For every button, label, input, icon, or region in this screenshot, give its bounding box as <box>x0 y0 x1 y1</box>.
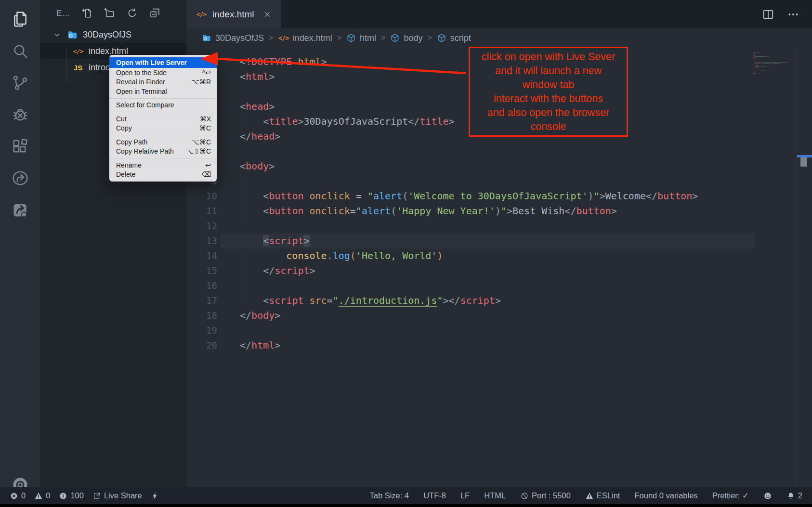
line-number: 13 <box>186 234 217 248</box>
code-line-14: console.log('Hello, World') <box>240 248 698 263</box>
status-lightning[interactable] <box>151 492 159 500</box>
code-line-8: <body> <box>240 159 698 174</box>
debug-icon[interactable] <box>9 103 32 126</box>
breadcrumb-item-body[interactable]: body <box>390 33 422 43</box>
status-100[interactable]: 100 <box>59 491 84 500</box>
breadcrumb-separator: > <box>427 34 432 42</box>
split-editor-icon[interactable] <box>762 8 774 21</box>
code-line-18: </body> <box>240 308 698 323</box>
line-number: 12 <box>186 219 217 234</box>
breadcrumb-item-html[interactable]: html <box>346 33 376 43</box>
code-line-10: <button onclick = "alert('Welcome to 30D… <box>240 189 698 204</box>
menu-item-cut[interactable]: Cut⌘X <box>109 114 217 124</box>
status-2[interactable]: 2 <box>786 491 802 500</box>
tree-item-folder[interactable]: 30DaysOfJS <box>40 26 186 43</box>
symbol-cube-icon <box>390 33 400 43</box>
line-number: 20 <box>186 338 217 353</box>
code-line-17: <script src="./introduction.js"></script… <box>240 293 698 308</box>
status-live-share[interactable]: Live Share <box>92 491 142 500</box>
extensions-icon[interactable] <box>9 135 32 158</box>
menu-item-rename[interactable]: Rename↩ <box>109 160 217 170</box>
code-line-20: </html> <box>753 73 796 74</box>
status-0[interactable]: 0 <box>34 491 50 500</box>
code-line-7 <box>240 144 698 159</box>
warning-icon <box>34 492 43 500</box>
line-number: 10 <box>186 189 217 204</box>
tree-indent-guide <box>66 46 66 83</box>
menu-item-reveal-in-finder[interactable]: Reveal in Finder⌥⌘R <box>109 78 217 87</box>
search-icon[interactable] <box>9 39 32 63</box>
status-eslint[interactable]: ESLint <box>585 491 620 500</box>
more-actions-icon[interactable] <box>787 8 799 21</box>
code-line-16 <box>240 278 698 293</box>
status-lf[interactable]: LF <box>460 491 470 500</box>
explorer-header: E… <box>40 0 186 26</box>
lightning-icon <box>151 492 159 500</box>
files-icon[interactable] <box>9 8 32 31</box>
menu-item-copy-relative-path[interactable]: Copy Relative Path⌥⇧⌘C <box>109 147 217 156</box>
minimap-border <box>797 48 797 487</box>
activity-bar <box>0 0 40 487</box>
collapse-all-icon[interactable] <box>149 7 161 19</box>
menu-separator <box>109 98 217 99</box>
html-file-icon: </> <box>72 48 84 55</box>
status-0[interactable]: 0 <box>10 491 26 500</box>
breadcrumb-item-index.html[interactable]: </>index.html <box>278 33 332 43</box>
status-found-0-variables[interactable]: Found 0 variables <box>634 491 697 500</box>
breadcrumb-label: index.html <box>293 33 332 43</box>
breadcrumb-label: html <box>360 33 376 43</box>
code-line-15: </script> <box>240 263 698 278</box>
html-icon: </> <box>278 34 288 42</box>
vscode-window: E… 30DaysOfJS</>index.htmlJSintroduction… <box>0 0 812 507</box>
close-icon[interactable] <box>263 10 272 19</box>
breadcrumb-item-script[interactable]: script <box>437 33 471 43</box>
line-number: 18 <box>186 308 217 323</box>
live-share-icon[interactable] <box>9 167 32 190</box>
annotation-text: window tab <box>470 78 627 92</box>
folder-label: 30DaysOfJS <box>83 30 131 40</box>
menu-item-copy-path[interactable]: Copy Path⌥⌘C <box>109 137 217 147</box>
breadcrumb-item-30DaysOfJS[interactable]: 30DaysOfJS <box>202 33 264 43</box>
status-tab-size-4[interactable]: Tab Size: 4 <box>370 491 409 500</box>
menu-item-open-in-terminal[interactable]: Open in Terminal <box>109 87 217 96</box>
breadcrumb-label: script <box>450 33 471 43</box>
publish-icon[interactable] <box>9 198 32 221</box>
breadcrumb-label: 30DaysOfJS <box>215 33 264 43</box>
menu-item-open-with-live-server[interactable]: Open with Live Server <box>109 57 217 68</box>
window-bottom-edge <box>0 504 812 507</box>
tab-index-html[interactable]: </> index.html <box>186 0 281 28</box>
chevron-down-icon <box>53 31 61 39</box>
annotation-text: click on open with Live Sever <box>470 50 627 64</box>
annotation-text: and also open the browser <box>470 106 627 120</box>
line-number: 16 <box>186 278 217 293</box>
source-control-icon[interactable] <box>9 71 32 94</box>
new-file-icon[interactable] <box>81 7 93 19</box>
context-menu: Open with Live ServerOpen to the Side^↩R… <box>109 55 217 182</box>
menu-item-select-for-compare[interactable]: Select for Compare <box>109 101 217 110</box>
annotation-box: click on open with Live Severand it will… <box>469 47 628 137</box>
menu-item-open-to-the-side[interactable]: Open to the Side^↩ <box>109 68 217 78</box>
status-prettier-[interactable]: Prettier: ✓ <box>712 491 749 500</box>
share-icon <box>92 492 101 500</box>
status-utf-8[interactable]: UTF-8 <box>423 491 446 500</box>
new-folder-icon[interactable] <box>104 7 116 19</box>
status-html[interactable]: HTML <box>484 491 506 500</box>
port-icon <box>520 492 529 500</box>
status-port-5500[interactable]: Port : 5500 <box>520 491 571 500</box>
breadcrumb-separator: > <box>269 34 273 42</box>
menu-separator <box>109 135 217 135</box>
explorer-title: E… <box>56 9 70 18</box>
menu-item-delete[interactable]: Delete⌫ <box>109 170 217 180</box>
folder-icon <box>202 33 211 43</box>
annotation-text: and it will launch a new <box>470 64 627 78</box>
menu-item-copy[interactable]: Copy⌘C <box>109 124 217 133</box>
refresh-icon[interactable] <box>126 7 138 19</box>
status-smiley[interactable] <box>763 492 772 500</box>
scrollbar-thumb[interactable] <box>800 157 807 167</box>
menu-separator <box>109 158 217 158</box>
code-line-20: </html> <box>240 338 698 353</box>
breadcrumb-label: body <box>404 33 422 43</box>
line-number: 19 <box>186 323 217 338</box>
minimap[interactable]: <!DOCTYPE html><html><head> <title>30Day… <box>753 52 796 76</box>
line-number: 17 <box>186 293 217 308</box>
